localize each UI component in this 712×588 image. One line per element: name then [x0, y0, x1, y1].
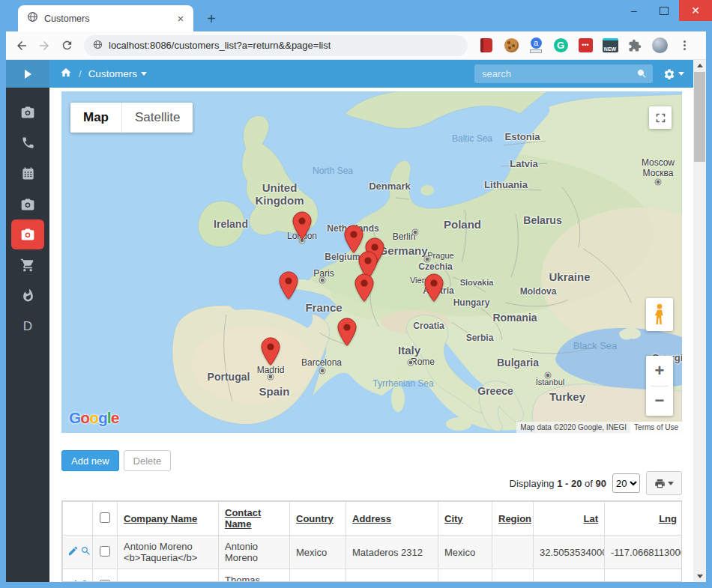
map-label: Poland — [444, 218, 481, 231]
map-label: Prague — [427, 251, 453, 261]
back-button[interactable] — [10, 34, 33, 57]
map-label: Czechia — [418, 262, 452, 273]
sidebar-item-cart[interactable] — [6, 249, 49, 280]
map-label: Baltic Sea — [452, 134, 492, 145]
home-icon[interactable] — [60, 67, 72, 82]
map-type-satellite-button[interactable]: Satellite — [121, 103, 193, 133]
map-label: Denmark — [369, 181, 411, 193]
new-badge-extension-icon[interactable]: NEW — [602, 37, 618, 54]
column-sort-link[interactable]: City — [444, 513, 463, 524]
edit-row-icon[interactable] — [67, 545, 79, 559]
add-new-button[interactable]: Add new — [61, 450, 119, 471]
google-logo[interactable]: Google — [69, 409, 118, 427]
city-dot-icon — [425, 257, 430, 262]
google-map[interactable]: North SeaBaltic SeaBlack SeaTyrrhenian S… — [61, 91, 682, 433]
chevron-down-icon — [678, 72, 684, 76]
column-sort-link[interactable]: Address — [352, 513, 391, 524]
browser-tab[interactable]: Customers × — [18, 5, 193, 31]
city-dot-icon — [320, 278, 325, 283]
url-bar[interactable]: localhost:8086/customers_list?a=return&&… — [84, 35, 468, 56]
browser-menu-icon[interactable] — [676, 37, 693, 54]
camera-icon — [20, 105, 35, 120]
settings-gear-button[interactable] — [663, 68, 684, 80]
maximize-button[interactable] — [649, 0, 679, 21]
map-marker-pin[interactable] — [279, 271, 298, 303]
table-cell — [492, 569, 534, 583]
play-icon — [25, 70, 31, 79]
sidebar-item-customers-active[interactable] — [11, 219, 44, 249]
column-sort-link[interactable]: Lat — [584, 513, 599, 524]
column-sort-link[interactable]: Country — [296, 513, 334, 524]
table-cell: Mexico — [290, 536, 346, 569]
column-sort-link[interactable]: Contact Name — [225, 507, 261, 530]
sidebar-item-fire[interactable] — [6, 280, 49, 311]
minimize-button[interactable]: – — [619, 0, 649, 21]
scrollbar-thumb[interactable] — [694, 72, 705, 162]
map-marker-pin[interactable] — [355, 273, 374, 305]
zoom-in-button[interactable]: + — [646, 356, 673, 386]
close-button[interactable]: ✕ — [679, 0, 712, 21]
sidebar-toggle-button[interactable] — [6, 60, 49, 88]
map-label: Tyrrhenian Sea — [372, 379, 433, 390]
measure-extension-icon[interactable]: a — [528, 37, 544, 54]
breadcrumb-current[interactable]: Customers — [88, 68, 147, 79]
search-input[interactable] — [474, 64, 653, 83]
page-scrollbar[interactable] — [693, 60, 706, 582]
map-label: North Sea — [313, 166, 353, 177]
scroll-up-arrow[interactable] — [693, 60, 706, 71]
puzzle-extensions-icon[interactable] — [627, 37, 643, 54]
pegman-control[interactable] — [646, 298, 673, 331]
city-dot-icon — [656, 180, 661, 185]
edit-row-icon[interactable] — [67, 579, 79, 582]
sidebar-item-letter-d[interactable]: D — [6, 311, 49, 342]
map-marker-pin[interactable] — [292, 211, 312, 243]
map-label: Germany — [378, 244, 427, 257]
map-marker-pin[interactable] — [337, 318, 357, 349]
sidebar-item-calendar[interactable] — [6, 158, 49, 189]
row-checkbox[interactable] — [100, 546, 110, 557]
print-button[interactable] — [646, 471, 682, 495]
table-cell: Mexico — [438, 536, 492, 569]
delete-button[interactable]: Delete — [124, 450, 172, 471]
terms-of-use-link[interactable]: Terms of Use — [630, 422, 682, 433]
scroll-down-arrow[interactable] — [693, 571, 706, 582]
map-label: Barcelona — [301, 358, 342, 369]
map-label: Romania — [492, 312, 537, 324]
map-marker-pin[interactable] — [261, 337, 280, 369]
sidebar-item-phone[interactable] — [6, 127, 49, 158]
map-label: Latvia — [510, 159, 538, 170]
view-row-icon[interactable] — [80, 545, 91, 559]
title-bar: Customers × + – ✕ — [0, 0, 712, 31]
tab-close-icon[interactable]: × — [174, 12, 187, 25]
column-sort-link[interactable]: Lng — [659, 513, 677, 524]
customers-grid: Company NameContact NameCountryAddressCi… — [61, 500, 682, 582]
zoom-out-button[interactable]: − — [646, 387, 673, 416]
grammarly-extension-icon[interactable]: G — [552, 37, 569, 54]
range-text: 1 - 20 — [557, 478, 582, 489]
password-extension-icon[interactable]: ••• — [577, 37, 594, 54]
fullscreen-button[interactable] — [649, 106, 672, 129]
city-dot-icon — [268, 375, 274, 380]
column-sort-link[interactable]: Region — [498, 513, 531, 524]
column-sort-link[interactable]: Company Name — [124, 513, 197, 524]
breadcrumb: / Customers — [60, 60, 147, 88]
city-dot-icon — [408, 360, 414, 366]
forward-button[interactable] — [33, 34, 55, 57]
profile-avatar[interactable] — [651, 37, 668, 54]
book-extension-icon[interactable] — [478, 37, 495, 54]
reload-button[interactable] — [55, 34, 78, 57]
map-label: United Kingdom — [256, 181, 304, 207]
sidebar-item-camera-2[interactable] — [6, 189, 49, 219]
view-row-icon[interactable] — [80, 579, 91, 582]
new-tab-button[interactable]: + — [202, 10, 220, 28]
search-icon[interactable] — [636, 68, 648, 82]
cookie-extension-icon[interactable] — [503, 37, 519, 54]
city-dot-icon — [320, 369, 325, 374]
row-checkbox[interactable] — [100, 580, 110, 583]
sidebar-item-camera-1[interactable] — [6, 97, 49, 127]
map-type-map-button[interactable]: Map — [70, 103, 121, 133]
chevron-down-icon — [141, 72, 147, 76]
select-all-checkbox[interactable] — [100, 512, 110, 523]
map-marker-pin[interactable] — [424, 273, 444, 305]
page-size-select[interactable]: 20 — [612, 473, 640, 493]
